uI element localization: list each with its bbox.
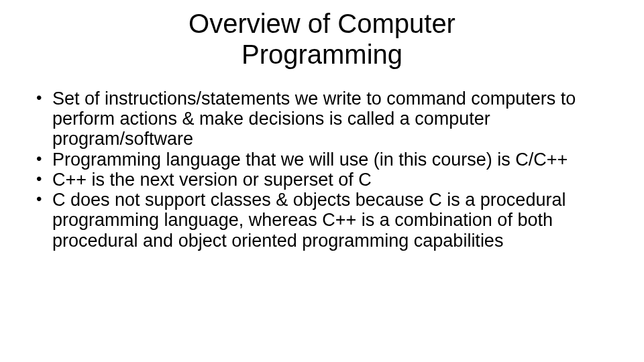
bullet-item: Programming language that we will use (i… <box>34 149 610 170</box>
bullet-item: Set of instructions/statements we write … <box>34 88 610 149</box>
bullet-item: C does not support classes & objects bec… <box>34 190 610 251</box>
bullet-list: Set of instructions/statements we write … <box>27 88 617 251</box>
slide: Overview of Computer Programming Set of … <box>0 0 644 362</box>
slide-title: Overview of Computer Programming <box>107 8 537 70</box>
bullet-item: C++ is the next version or superset of C <box>34 170 610 190</box>
